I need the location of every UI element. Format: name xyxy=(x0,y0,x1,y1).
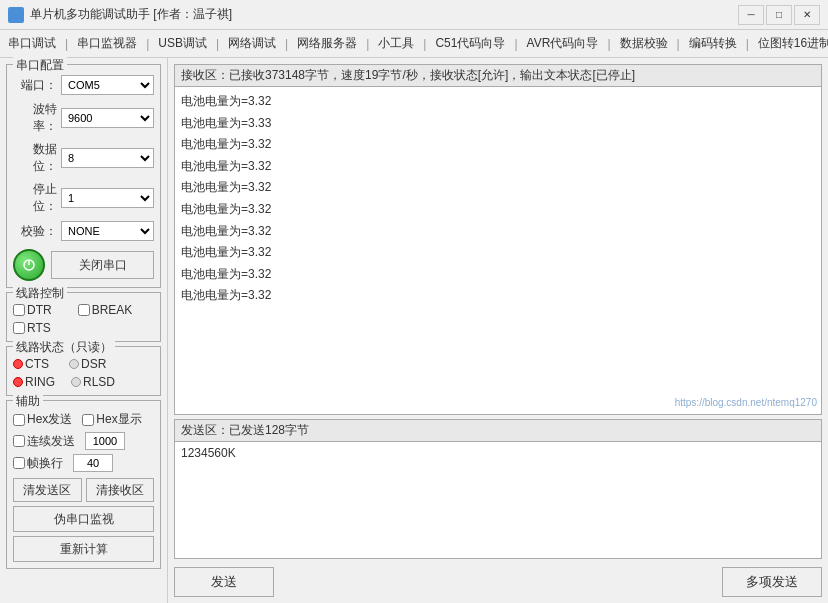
send-line: 1234560K xyxy=(181,446,815,460)
continuous-send-checkbox[interactable] xyxy=(13,435,25,447)
send-button[interactable]: 发送 xyxy=(174,567,274,597)
baud-select[interactable]: 9600 xyxy=(61,108,154,128)
ring-label: RING xyxy=(25,375,55,389)
menu-serial-debug[interactable]: 串口调试 xyxy=(0,32,64,55)
dtr-checkbox[interactable] xyxy=(13,304,25,316)
menu-c51-codegen[interactable]: C51代码向导 xyxy=(427,32,513,55)
line-control-group: 线路控制 DTR BREAK RTS xyxy=(6,292,161,342)
clear-send-button[interactable]: 清发送区 xyxy=(13,478,82,502)
frame-row: 帧换行 40 xyxy=(13,454,154,472)
receive-line: 电池电量为=3.32 xyxy=(181,91,815,113)
line-status-group: 线路状态（只读） CTS DSR RING xyxy=(6,346,161,396)
receive-area-header: 接收区：已接收373148字节，速度19字节/秒，接收状态[允许]，输出文本状态… xyxy=(175,65,821,87)
rts-label: RTS xyxy=(27,321,51,335)
rts-checkbox[interactable] xyxy=(13,322,25,334)
menu-avr-codegen[interactable]: AVR代码向导 xyxy=(519,32,607,55)
dsr-indicator xyxy=(69,359,79,369)
send-area-content[interactable]: 1234560K xyxy=(175,442,821,558)
title-bar: 单片机多功能调试助手 [作者：温子祺] ─ □ ✕ xyxy=(0,0,828,30)
continuous-send-label: 连续发送 xyxy=(27,433,75,450)
dtr-break-row: DTR BREAK xyxy=(13,303,154,317)
port-select[interactable]: COM5 xyxy=(61,75,154,95)
cts-label: CTS xyxy=(25,357,49,371)
menu-bar: 串口调试 | 串口监视器 | USB调试 | 网络调试 | 网络服务器 | 小工… xyxy=(0,30,828,58)
title-text: 单片机多功能调试助手 [作者：温子祺] xyxy=(30,6,232,23)
baud-label: 波特率： xyxy=(13,101,57,135)
send-area-header: 发送区：已发送128字节 xyxy=(175,420,821,442)
baud-row: 波特率： 9600 xyxy=(13,101,154,135)
break-checkbox[interactable] xyxy=(78,304,90,316)
receive-line: 电池电量为=3.32 xyxy=(181,156,815,178)
hex-send-item: Hex发送 xyxy=(13,411,72,428)
hex-display-checkbox[interactable] xyxy=(82,414,94,426)
main-content: 串口配置 端口： COM5 波特率： 9600 数据位： 8 停止位： xyxy=(0,58,828,603)
dtr-label: DTR xyxy=(27,303,52,317)
frame-newline-label: 帧换行 xyxy=(27,455,63,472)
close-window-button[interactable]: ✕ xyxy=(794,5,820,25)
menu-network-server[interactable]: 网络服务器 xyxy=(289,32,365,55)
menu-data-verify[interactable]: 数据校验 xyxy=(612,32,676,55)
port-row: 端口： COM5 xyxy=(13,75,154,95)
menu-bitmap-hex[interactable]: 位图转16进制 xyxy=(750,32,828,55)
rlsd-item: RLSD xyxy=(71,375,115,389)
ring-indicator xyxy=(13,377,23,387)
databits-row: 数据位： 8 xyxy=(13,141,154,175)
right-panel: 接收区：已接收373148字节，速度19字节/秒，接收状态[允许]，输出文本状态… xyxy=(168,58,828,603)
multi-send-button[interactable]: 多项发送 xyxy=(722,567,822,597)
cts-indicator xyxy=(13,359,23,369)
stopbits-row: 停止位： 1 xyxy=(13,181,154,215)
clear-receive-button[interactable]: 清接收区 xyxy=(86,478,155,502)
parity-label: 校验： xyxy=(13,223,57,240)
receive-line: 电池电量为=3.32 xyxy=(181,177,815,199)
send-area: 发送区：已发送128字节 1234560K xyxy=(174,419,822,559)
stopbits-select[interactable]: 1 xyxy=(61,188,154,208)
cts-item: CTS xyxy=(13,357,49,371)
hex-display-item: Hex显示 xyxy=(82,411,141,428)
rlsd-label: RLSD xyxy=(83,375,115,389)
break-checkbox-item: BREAK xyxy=(78,303,133,317)
minimize-button[interactable]: ─ xyxy=(738,5,764,25)
line-status-title: 线路状态（只读） xyxy=(13,339,115,356)
receive-line: 电池电量为=3.32 xyxy=(181,242,815,264)
bottom-buttons: 发送 多项发送 xyxy=(174,563,822,597)
parity-select[interactable]: NONE xyxy=(61,221,154,241)
continuous-value-input[interactable]: 1000 xyxy=(85,432,125,450)
hex-send-checkbox[interactable] xyxy=(13,414,25,426)
hex-row: Hex发送 Hex显示 xyxy=(13,411,154,428)
frame-value-input[interactable]: 40 xyxy=(73,454,113,472)
menu-serial-monitor[interactable]: 串口监视器 xyxy=(69,32,145,55)
receive-line: 电池电量为=3.32 xyxy=(181,264,815,286)
maximize-button[interactable]: □ xyxy=(766,5,792,25)
frame-newline-checkbox[interactable] xyxy=(13,457,25,469)
ring-item: RING xyxy=(13,375,55,389)
app-icon xyxy=(8,7,24,23)
menu-tools[interactable]: 小工具 xyxy=(370,32,422,55)
serial-config-group: 串口配置 端口： COM5 波特率： 9600 数据位： 8 停止位： xyxy=(6,64,161,288)
watermark: https://blog.csdn.net/ntemq1270 xyxy=(675,394,817,412)
rlsd-indicator xyxy=(71,377,81,387)
virtual-monitor-button[interactable]: 伪串口监视 xyxy=(13,506,154,532)
title-bar-buttons: ─ □ ✕ xyxy=(738,5,820,25)
recalc-button[interactable]: 重新计算 xyxy=(13,536,154,562)
power-icon[interactable] xyxy=(13,249,45,281)
line-control-title: 线路控制 xyxy=(13,285,67,302)
menu-usb-debug[interactable]: USB调试 xyxy=(150,32,215,55)
receive-area: 接收区：已接收373148字节，速度19字节/秒，接收状态[允许]，输出文本状态… xyxy=(174,64,822,415)
stopbits-label: 停止位： xyxy=(13,181,57,215)
menu-encode-convert[interactable]: 编码转换 xyxy=(681,32,745,55)
title-bar-left: 单片机多功能调试助手 [作者：温子祺] xyxy=(8,6,232,23)
databits-select[interactable]: 8 xyxy=(61,148,154,168)
continuous-send-item: 连续发送 xyxy=(13,433,75,450)
menu-network-debug[interactable]: 网络调试 xyxy=(220,32,284,55)
receive-line: 电池电量为=3.32 xyxy=(181,285,815,307)
hex-send-label: Hex发送 xyxy=(27,411,72,428)
close-port-button[interactable]: 关闭串口 xyxy=(51,251,154,279)
serial-btn-area: 关闭串口 xyxy=(13,249,154,281)
receive-line: 电池电量为=3.32 xyxy=(181,134,815,156)
receive-area-content[interactable]: 电池电量为=3.32电池电量为=3.33电池电量为=3.32电池电量为=3.32… xyxy=(175,87,821,414)
parity-row: 校验： NONE xyxy=(13,221,154,241)
frame-newline-item: 帧换行 xyxy=(13,455,63,472)
rts-checkbox-item: RTS xyxy=(13,321,51,335)
dsr-label: DSR xyxy=(81,357,106,371)
port-label: 端口： xyxy=(13,77,57,94)
